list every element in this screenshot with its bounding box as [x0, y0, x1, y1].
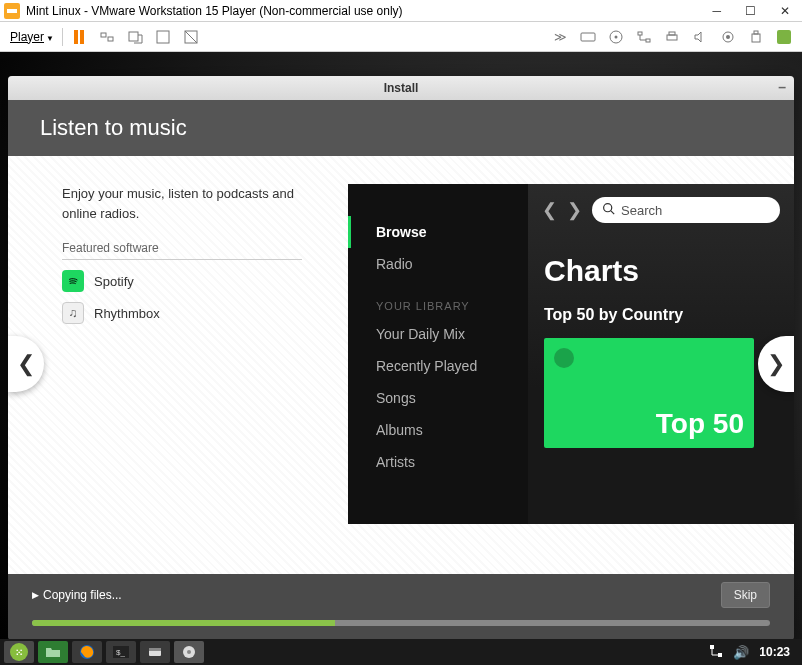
minimize-button[interactable]: ─ — [712, 4, 721, 18]
installer-footer: ▶ Copying files... Skip — [8, 574, 794, 640]
svg-rect-12 — [669, 32, 675, 35]
software-rhythmbox[interactable]: Rhythmbox — [62, 302, 302, 324]
spotify-daily-mix[interactable]: Your Daily Mix — [376, 318, 528, 350]
network-icon[interactable] — [636, 29, 652, 45]
svg-rect-0 — [101, 33, 106, 37]
spotify-topbar: ❮ ❯ Search — [528, 184, 794, 236]
installer-header: Listen to music — [8, 100, 794, 156]
fullscreen-icon[interactable] — [155, 29, 171, 45]
svg-point-18 — [604, 204, 612, 212]
volume-tray-icon[interactable]: 🔊 — [733, 645, 749, 660]
harddisk-icon[interactable] — [580, 29, 596, 45]
mint-menu-button[interactable]: ⁙ — [4, 641, 34, 663]
spotify-subheading: Top 50 by Country — [528, 306, 794, 338]
featured-software-label: Featured software — [62, 241, 302, 260]
svg-rect-15 — [752, 34, 760, 42]
spotify-songs[interactable]: Songs — [376, 382, 528, 414]
software-name: Rhythmbox — [94, 306, 160, 321]
installer-left-panel: Enjoy your music, listen to podcasts and… — [62, 184, 302, 334]
taskbar-terminal-button[interactable]: $_ — [106, 641, 136, 663]
cd-icon[interactable] — [608, 29, 624, 45]
taskbar-clock[interactable]: 10:23 — [759, 645, 790, 659]
network-tray-icon[interactable] — [709, 644, 723, 661]
svg-rect-3 — [157, 31, 169, 43]
svg-rect-24 — [149, 648, 161, 651]
installer-headline: Listen to music — [40, 115, 187, 141]
svg-rect-1 — [108, 37, 113, 41]
device-icon[interactable]: ≫ — [552, 29, 568, 45]
spotify-preview: Browse Radio YOUR LIBRARY Your Daily Mix… — [348, 184, 794, 524]
spotify-search[interactable]: Search — [592, 197, 780, 223]
send-keys-icon[interactable] — [99, 29, 115, 45]
expand-icon: ▶ — [32, 590, 39, 600]
svg-rect-16 — [754, 31, 758, 34]
svg-rect-2 — [129, 32, 138, 41]
svg-rect-6 — [581, 33, 595, 41]
spotify-top50-card[interactable]: Top 50 — [544, 338, 754, 448]
unity-icon[interactable] — [183, 29, 199, 45]
software-name: Spotify — [94, 274, 134, 289]
vmware-titlebar: Mint Linux - VMware Workstation 15 Playe… — [0, 0, 802, 22]
installer-minimize-button[interactable]: – — [778, 79, 786, 95]
taskbar-filemanager-button[interactable] — [140, 641, 170, 663]
mint-logo-icon: ⁙ — [10, 643, 28, 661]
mint-taskbar: ⁙ $_ 🔊 10:23 — [0, 639, 802, 665]
spotify-recently-played[interactable]: Recently Played — [376, 350, 528, 382]
spotify-back-button[interactable]: ❮ — [542, 199, 557, 221]
search-icon — [602, 202, 615, 218]
installer-window: Install – Listen to music Enjoy your mus… — [8, 76, 794, 640]
svg-rect-9 — [638, 32, 642, 35]
spotify-heading: Charts — [528, 236, 794, 306]
taskbar-files-button[interactable] — [38, 641, 68, 663]
svg-point-8 — [615, 35, 618, 38]
svg-text:$_: $_ — [116, 648, 125, 657]
svg-rect-27 — [710, 645, 714, 649]
sound-icon[interactable] — [692, 29, 708, 45]
svg-line-5 — [185, 31, 197, 43]
snapshot-icon[interactable] — [127, 29, 143, 45]
spotify-albums[interactable]: Albums — [376, 414, 528, 446]
spotify-library-label: YOUR LIBRARY — [376, 280, 528, 318]
spotify-search-placeholder: Search — [621, 203, 662, 218]
svg-rect-28 — [718, 653, 722, 657]
installer-description: Enjoy your music, listen to podcasts and… — [62, 184, 302, 223]
rhythmbox-icon — [62, 302, 84, 324]
install-progress — [32, 620, 770, 626]
maximize-button[interactable]: ☐ — [745, 4, 756, 18]
pause-vm-button[interactable] — [71, 29, 87, 45]
spotify-card-text: Top 50 — [656, 408, 744, 440]
vmware-toolbar: Player▼ ≫ — [0, 22, 802, 52]
spotify-artists[interactable]: Artists — [376, 446, 528, 478]
spotify-forward-button[interactable]: ❯ — [567, 199, 582, 221]
usb-icon[interactable] — [748, 29, 764, 45]
carousel-prev-button[interactable]: ❮ — [8, 336, 44, 392]
taskbar-firefox-button[interactable] — [72, 641, 102, 663]
taskbar-tray: 🔊 10:23 — [709, 644, 798, 661]
install-progress-bar — [32, 620, 335, 626]
svg-point-14 — [726, 35, 730, 39]
spotify-radio[interactable]: Radio — [376, 248, 528, 280]
svg-rect-10 — [646, 39, 650, 42]
taskbar-installer-button[interactable] — [174, 641, 204, 663]
installer-titlebar[interactable]: Install – — [8, 76, 794, 100]
record-icon[interactable] — [720, 29, 736, 45]
spotify-sidebar: Browse Radio YOUR LIBRARY Your Daily Mix… — [348, 184, 528, 524]
installer-title: Install — [384, 81, 419, 95]
spotify-card-logo-icon — [554, 348, 574, 368]
installer-body: Enjoy your music, listen to podcasts and… — [8, 156, 794, 574]
spotify-icon — [62, 270, 84, 292]
prefs-icon[interactable] — [776, 29, 792, 45]
svg-point-26 — [187, 650, 191, 654]
spotify-main: ❮ ❯ Search Charts Top 50 by Country Top … — [528, 184, 794, 524]
spotify-browse[interactable]: Browse — [348, 216, 528, 248]
skip-button[interactable]: Skip — [721, 582, 770, 608]
software-spotify[interactable]: Spotify — [62, 270, 302, 292]
vm-guest-screen: Install – Listen to music Enjoy your mus… — [0, 52, 802, 665]
printer-icon[interactable] — [664, 29, 680, 45]
install-status[interactable]: ▶ Copying files... — [32, 588, 122, 602]
svg-line-19 — [611, 211, 614, 214]
vmware-icon — [4, 3, 20, 19]
close-button[interactable]: ✕ — [780, 4, 790, 18]
player-menu[interactable]: Player▼ — [10, 30, 54, 44]
vmware-title: Mint Linux - VMware Workstation 15 Playe… — [26, 4, 712, 18]
